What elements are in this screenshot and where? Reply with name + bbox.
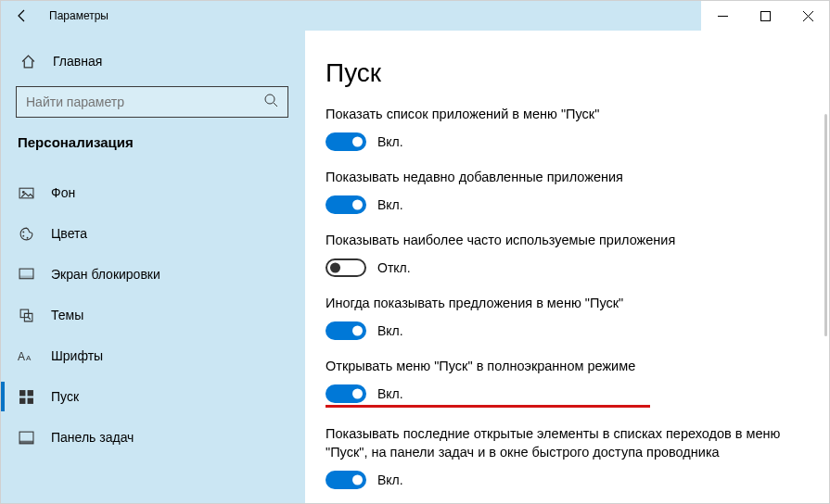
setting-label: Показывать последние открытые элементы в… [326,424,789,461]
svg-rect-17 [27,390,32,396]
toggle-most-used[interactable] [326,258,366,277]
sidebar: Главная Персонализация Фон [1,31,305,503]
svg-rect-1 [760,11,770,20]
maximize-button[interactable] [744,1,786,31]
nav-label: Шрифты [51,348,103,363]
setting-label: Показывать наиболее часто используемые п… [326,231,789,249]
toggle-state: Вкл. [377,386,403,401]
sidebar-item-fonts[interactable]: AA Шрифты [1,335,305,376]
window-title: Параметры [49,9,109,22]
body: Главная Персонализация Фон [1,31,829,503]
page-heading: Пуск [326,58,809,88]
back-button[interactable] [1,1,44,31]
toggle-suggestions[interactable] [326,321,366,340]
setting-app-list: Показать список приложений в меню "Пуск"… [326,105,789,151]
svg-rect-19 [27,397,32,403]
setting-most-used: Показывать наиболее часто используемые п… [326,231,789,277]
setting-fullscreen-start: Открывать меню "Пуск" в полноэкранном ре… [326,357,789,408]
toggle-fullscreen-start[interactable] [326,384,366,403]
toggle-state: Откл. [377,260,411,275]
svg-rect-18 [19,397,25,403]
lockscreen-icon [18,266,34,283]
toggle-app-list[interactable] [326,132,366,151]
search-box[interactable] [16,86,288,118]
toggle-state: Вкл. [377,134,403,149]
home-row[interactable]: Главная [1,42,305,81]
search-input[interactable] [26,94,263,109]
content-area: Пуск Показать список приложений в меню "… [305,31,829,503]
svg-point-8 [22,231,24,233]
minimize-button[interactable] [701,1,744,31]
themes-icon [18,307,34,323]
toggle-recently-added[interactable] [326,195,366,214]
setting-label: Показывать недавно добавленные приложени… [326,168,789,186]
svg-point-7 [21,191,24,194]
home-label: Главная [53,54,102,69]
search-icon [263,93,278,111]
section-header: Персонализация [1,129,305,163]
nav-label: Панель задач [51,430,134,445]
taskbar-icon [18,429,34,446]
palette-icon [18,225,34,242]
sidebar-item-colors[interactable]: Цвета [1,213,305,254]
nav-label: Пуск [51,389,79,404]
settings-window: Параметры Главная [0,0,830,504]
svg-point-9 [22,234,24,236]
sidebar-item-start[interactable]: Пуск [1,376,305,417]
svg-point-10 [26,236,28,238]
svg-text:A: A [26,354,32,362]
toggle-state: Вкл. [377,323,403,338]
nav-label: Фон [51,185,75,200]
setting-label: Иногда показывать предложения в меню "Пу… [326,294,789,312]
svg-line-5 [274,103,277,107]
home-icon [19,53,36,69]
toggle-state: Вкл. [377,197,403,212]
sidebar-item-background[interactable]: Фон [1,172,305,213]
start-icon [18,388,34,405]
svg-point-4 [265,94,275,104]
svg-rect-12 [19,275,33,278]
annotation-redline [326,405,650,408]
picture-icon [18,184,34,201]
sidebar-item-lockscreen[interactable]: Экран блокировки [1,254,305,295]
sidebar-item-themes[interactable]: Темы [1,295,305,335]
svg-text:A: A [18,350,25,363]
close-button[interactable] [786,1,829,31]
scrollbar[interactable] [824,114,827,336]
nav-list: Фон Цвета Экран блокировки [1,172,305,458]
setting-suggestions: Иногда показывать предложения в меню "Пу… [326,294,789,340]
svg-rect-21 [19,440,33,443]
toggle-jumplists[interactable] [326,471,366,489]
svg-rect-16 [19,390,25,396]
nav-label: Темы [51,308,83,322]
setting-label: Открывать меню "Пуск" в полноэкранном ре… [326,357,789,375]
nav-label: Экран блокировки [51,267,160,282]
window-controls [701,1,829,31]
titlebar: Параметры [1,1,829,31]
setting-recently-added: Показывать недавно добавленные приложени… [326,168,789,214]
setting-label: Показать список приложений в меню "Пуск" [326,105,789,123]
toggle-state: Вкл. [377,472,403,487]
nav-label: Цвета [51,226,87,241]
fonts-icon: AA [18,347,34,364]
setting-jumplists: Показывать последние открытые элементы в… [326,424,789,489]
sidebar-item-taskbar[interactable]: Панель задач [1,417,305,458]
